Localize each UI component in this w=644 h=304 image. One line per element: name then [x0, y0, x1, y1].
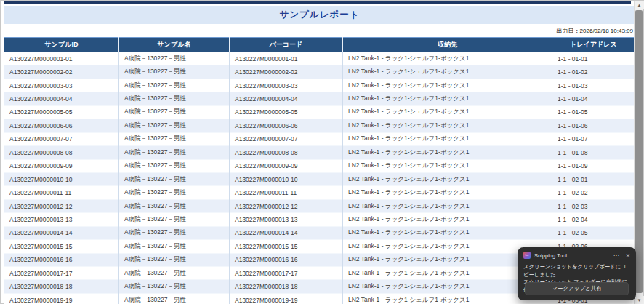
cell-sample-name: A病院－130227－男性	[119, 146, 230, 159]
cell-storage-location: LN2 Tank-1 - ラック1-シェルフ1-ボックス1	[343, 105, 552, 119]
table-row[interactable]: A130227M0000009-09A病院－130227－男性A130227M0…	[4, 159, 635, 172]
cell-sample-id: A130227M0000016-16	[4, 253, 119, 266]
table-row[interactable]: A130227M0000010-10A病院－130227－男性A130227M0…	[4, 172, 635, 185]
cell-sample-name: A病院－130227－男性	[119, 132, 230, 145]
output-date: 出力日：2026/02/18 10:43:09	[557, 27, 633, 35]
col-header-storage-location: 収納先	[343, 38, 552, 52]
cell-tray-address: 1-1 - 02-05	[552, 226, 635, 239]
cell-sample-name: A病院－130227－男性	[119, 213, 230, 226]
cell-sample-name: A病院－130227－男性	[119, 65, 230, 79]
close-icon[interactable]: ✕	[626, 252, 630, 259]
cell-storage-location: LN2 Tank-1 - ラック1-シェルフ1-ボックス1	[343, 213, 552, 226]
cell-sample-id: A130227M0000012-12	[4, 199, 119, 212]
cell-barcode: A130227M0000006-06	[230, 119, 343, 132]
cell-sample-name: A病院－130227－男性	[119, 159, 230, 172]
cell-sample-id: A130227M0000006-06	[4, 119, 119, 132]
table-row[interactable]: A130227M0000005-05A病院－130227－男性A130227M0…	[4, 105, 635, 119]
cell-barcode: A130227M0000016-16	[230, 253, 343, 266]
col-header-barcode: バーコード	[230, 38, 343, 52]
cell-sample-name: A病院－130227－男性	[119, 199, 230, 212]
cell-storage-location: LN2 Tank-1 - ラック1-シェルフ1-ボックス1	[343, 172, 552, 185]
table-row[interactable]: A130227M0000008-08A病院－130227－男性A130227M0…	[4, 146, 635, 159]
cell-sample-id: A130227M0000007-07	[4, 132, 119, 145]
table-row[interactable]: A130227M0000003-03A病院－130227－男性A130227M0…	[4, 79, 635, 92]
cell-storage-location: LN2 Tank-1 - ラック1-シェルフ1-ボックス1	[343, 159, 552, 172]
cell-storage-location: LN2 Tank-1 - ラック1-シェルフ1-ボックス1	[343, 65, 552, 79]
report-window: サンプルレポート 出力日：2026/02/18 10:43:09 サンプルID …	[0, 0, 644, 304]
cell-sample-id: A130227M0000001-01	[4, 52, 119, 65]
cell-sample-name: A病院－130227－男性	[119, 92, 230, 105]
window-top-border	[4, 1, 631, 4]
col-header-tray-address: トレイアドレス	[552, 38, 635, 52]
snipping-tool-notification[interactable]: ✂ Snipping Tool ⋯ ✕ スクリーンショットをクリップボードにコピ…	[518, 247, 636, 300]
page-title: サンプルレポート	[279, 9, 359, 21]
cell-sample-id: A130227M0000003-03	[4, 79, 119, 92]
cell-storage-location: LN2 Tank-1 - ラック1-シェルフ1-ボックス1	[343, 199, 552, 212]
cell-barcode: A130227M0000002-02	[230, 65, 343, 79]
markup-share-button[interactable]: マークアップと共有	[525, 282, 629, 295]
cell-sample-name: A病院－130227－男性	[119, 280, 230, 293]
cell-tray-address: 1-1 - 01-03	[552, 79, 635, 92]
cell-sample-id: A130227M0000017-17	[4, 267, 119, 280]
cell-tray-address: 1-1 - 01-04	[552, 92, 635, 105]
cell-tray-address: 1-1 - 01-07	[552, 132, 635, 145]
table-row[interactable]: A130227M0000004-04A病院－130227－男性A130227M0…	[4, 92, 635, 105]
cell-sample-name: A病院－130227－男性	[119, 240, 230, 253]
cell-storage-location: LN2 Tank-1 - ラック1-シェルフ1-ボックス1	[343, 146, 552, 159]
table-row[interactable]: A130227M0000011-11A病院－130227－男性A130227M0…	[4, 186, 635, 199]
table-row[interactable]: A130227M0000006-06A病院－130227－男性A130227M0…	[4, 119, 635, 132]
cell-sample-id: A130227M0000009-09	[4, 159, 119, 172]
cell-barcode: A130227M0000007-07	[230, 132, 343, 145]
table-row[interactable]: A130227M0000001-01A病院－130227－男性A130227M0…	[4, 52, 635, 65]
cell-sample-id: A130227M0000010-10	[4, 172, 119, 185]
table-row[interactable]: A130227M0000007-07A病院－130227－男性A130227M0…	[4, 132, 635, 145]
cell-sample-id: A130227M0000019-19	[4, 293, 119, 304]
cell-sample-id: A130227M0000008-08	[4, 146, 119, 159]
table-row[interactable]: A130227M0000014-14A病院－130227－男性A130227M0…	[4, 226, 635, 239]
cell-sample-name: A病院－130227－男性	[119, 267, 230, 280]
more-options-icon[interactable]: ⋯	[613, 252, 619, 259]
cell-barcode: A130227M0000012-12	[230, 199, 343, 212]
cell-barcode: A130227M0000013-13	[230, 213, 343, 226]
notification-app-name: Snipping Tool	[534, 252, 613, 259]
cell-barcode: A130227M0000004-04	[230, 92, 343, 105]
table-row[interactable]: A130227M0000013-13A病院－130227－男性A130227M0…	[4, 213, 635, 226]
cell-barcode: A130227M0000001-01	[230, 52, 343, 65]
cell-tray-address: 1-1 - 01-02	[552, 65, 635, 79]
cell-sample-name: A病院－130227－男性	[119, 52, 230, 65]
cell-storage-location: LN2 Tank-1 - ラック1-シェルフ1-ボックス1	[343, 186, 552, 199]
cell-sample-id: A130227M0000013-13	[4, 213, 119, 226]
cell-sample-name: A病院－130227－男性	[119, 186, 230, 199]
cell-barcode: A130227M0000003-03	[230, 79, 343, 92]
scrollbar-up-arrow-icon[interactable]: ▲	[635, 1, 644, 9]
table-header-row: サンプルID サンプル名 バーコード 収納先 トレイアドレス	[4, 38, 635, 52]
scrollbar-thumb[interactable]	[635, 10, 643, 293]
cell-barcode: A130227M0000009-09	[230, 159, 343, 172]
cell-sample-name: A病院－130227－男性	[119, 293, 230, 304]
cell-sample-name: A病院－130227－男性	[119, 172, 230, 185]
cell-sample-name: A病院－130227－男性	[119, 79, 230, 92]
cell-storage-location: LN2 Tank-1 - ラック1-シェルフ1-ボックス1	[343, 92, 552, 105]
cell-barcode: A130227M0000005-05	[230, 105, 343, 119]
cell-tray-address: 1-1 - 01-05	[552, 105, 635, 119]
cell-storage-location: LN2 Tank-1 - ラック1-シェルフ1-ボックス1	[343, 132, 552, 145]
cell-sample-id: A130227M0000011-11	[4, 186, 119, 199]
cell-barcode: A130227M0000015-15	[230, 240, 343, 253]
cell-barcode: A130227M0000019-19	[230, 293, 343, 304]
cell-sample-id: A130227M0000004-04	[4, 92, 119, 105]
notification-header: ✂ Snipping Tool ⋯ ✕	[518, 247, 636, 260]
cell-storage-location: LN2 Tank-1 - ラック1-シェルフ1-ボックス1	[343, 52, 552, 65]
cell-sample-name: A病院－130227－男性	[119, 253, 230, 266]
cell-sample-id: A130227M0000002-02	[4, 65, 119, 79]
cell-sample-name: A病院－130227－男性	[119, 119, 230, 132]
cell-barcode: A130227M0000014-14	[230, 226, 343, 239]
cell-tray-address: 1-1 - 02-03	[552, 199, 635, 212]
cell-tray-address: 1-1 - 01-01	[552, 52, 635, 65]
cell-storage-location: LN2 Tank-1 - ラック1-シェルフ1-ボックス1	[343, 119, 552, 132]
cell-barcode: A130227M0000008-08	[230, 146, 343, 159]
cell-storage-location: LN2 Tank-1 - ラック1-シェルフ1-ボックス1	[343, 79, 552, 92]
table-row[interactable]: A130227M0000012-12A病院－130227－男性A130227M0…	[4, 199, 635, 212]
scrollbar-down-arrow-icon[interactable]: ▼	[635, 296, 644, 304]
table-row[interactable]: A130227M0000002-02A病院－130227－男性A130227M0…	[4, 65, 635, 79]
cell-sample-id: A130227M0000018-18	[4, 280, 119, 293]
